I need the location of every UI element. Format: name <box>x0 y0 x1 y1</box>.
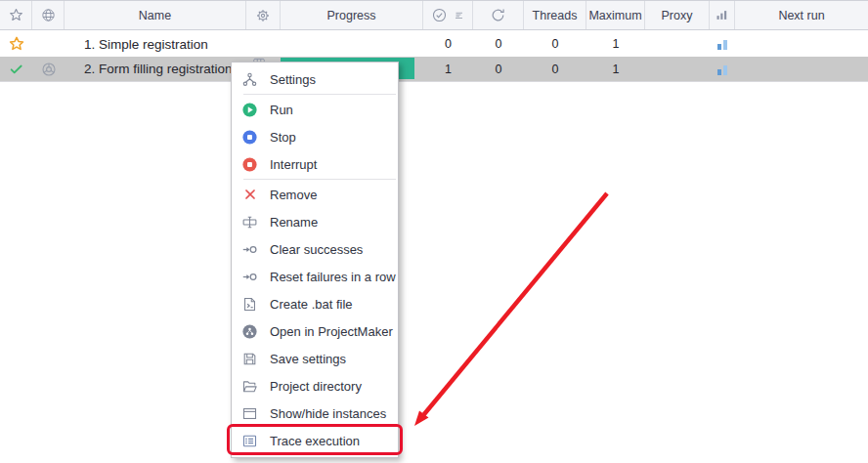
menu-item-save-settings[interactable]: Save settings <box>232 345 398 372</box>
menu-item-label: Reset failures in a row <box>270 270 396 284</box>
project-name: 1. Simple registration <box>84 37 208 52</box>
column-header-next-run[interactable]: Next run <box>735 1 868 29</box>
proxy-cell <box>645 57 710 81</box>
menu-item-interrupt[interactable]: Interrupt <box>232 150 398 178</box>
column-label: Progress <box>326 9 375 22</box>
profile-cell[interactable] <box>32 57 65 81</box>
column-header-maximum[interactable]: Maximum <box>586 1 645 29</box>
menu-item-label: Remove <box>270 188 317 202</box>
menu-item-open-projectmaker[interactable]: Open in ProjectMaker <box>232 317 398 345</box>
remove-icon <box>242 187 258 202</box>
browser-profile-icon <box>40 61 58 78</box>
mini-bar-chart-icon <box>716 37 729 51</box>
menu-item-label: Project directory <box>270 379 362 394</box>
arrow-zero-icon <box>241 269 258 285</box>
project-name-cell: 1. Simple registration <box>65 31 246 57</box>
hierarchy-icon <box>241 71 258 88</box>
column-header-settings[interactable] <box>246 1 281 29</box>
menu-item-label: Interrupt <box>270 157 317 172</box>
menu-item-label: Stop <box>270 130 296 145</box>
statistics-cell[interactable] <box>710 57 735 81</box>
threads-value: 0 <box>524 57 586 81</box>
column-label: Proxy <box>662 9 693 22</box>
successes-value: 0 <box>423 31 473 57</box>
maximum-value: 1 <box>586 31 645 57</box>
project-name-cell: 2. Form filling registration <box>65 57 246 81</box>
column-header-name[interactable]: Name <box>65 1 246 29</box>
menu-item-label: Save settings <box>270 352 346 366</box>
project-name: 2. Form filling registration <box>84 62 233 76</box>
menu-item-settings[interactable]: Settings <box>232 65 398 93</box>
menu-item-project-directory[interactable]: Project directory <box>232 372 398 400</box>
menu-item-label: Open in ProjectMaker <box>270 324 393 339</box>
bar-chart-icon <box>715 8 729 22</box>
mini-bar-chart-icon <box>716 63 729 76</box>
column-header-favorite[interactable] <box>0 1 32 29</box>
restarts-value: 0 <box>473 57 524 81</box>
context-menu: Settings Run Stop Interrupt Remove Renam… <box>231 62 399 458</box>
star-icon <box>8 35 25 53</box>
menu-item-trace-execution[interactable]: Trace execution <box>232 427 398 454</box>
menu-item-label: Create .bat file <box>270 297 353 312</box>
menu-item-label: Show/hide instances <box>270 406 386 421</box>
column-header-threads[interactable]: Threads <box>524 1 586 29</box>
menu-item-rename[interactable]: Rename <box>232 208 398 235</box>
menu-item-label: Run <box>270 103 293 117</box>
threads-value: 0 <box>524 31 586 57</box>
column-header-profile[interactable] <box>32 1 65 29</box>
menu-item-label: Clear successes <box>270 242 363 257</box>
app-window: Name Progress Threads Maximum Proxy Next… <box>0 0 868 463</box>
trace-list-icon <box>241 433 258 449</box>
check-icon <box>9 62 24 77</box>
column-header-statistics[interactable] <box>710 1 735 29</box>
menu-item-label: Trace execution <box>270 434 360 448</box>
menu-item-create-bat[interactable]: Create .bat file <box>232 290 398 317</box>
projectmaker-icon <box>241 323 258 340</box>
status-cell[interactable] <box>0 57 32 81</box>
column-header-successes[interactable] <box>423 1 473 29</box>
successes-value: 1 <box>423 57 473 81</box>
table-row[interactable]: 1. Simple registration 0 0 0 1 <box>0 31 868 57</box>
sort-bars-icon <box>454 10 465 21</box>
maximum-value: 1 <box>586 57 645 81</box>
column-label: Next run <box>778 9 824 22</box>
profile-cell <box>32 31 65 57</box>
stop-icon <box>241 129 258 146</box>
interrupt-icon <box>241 156 258 173</box>
menu-item-label: Settings <box>270 72 316 87</box>
next-run-cell <box>735 31 868 57</box>
star-icon <box>8 7 24 23</box>
column-header-restarts[interactable] <box>473 1 524 29</box>
column-header-progress[interactable]: Progress <box>281 1 423 29</box>
menu-item-label: Rename <box>270 215 318 230</box>
statistics-cell[interactable] <box>710 31 735 57</box>
table-row-selected[interactable]: 2. Form filling registration 1 0 0 1 <box>0 57 868 82</box>
column-label: Threads <box>533 9 578 22</box>
table-header: Name Progress Threads Maximum Proxy Next… <box>0 0 868 30</box>
settings-cell <box>246 31 281 57</box>
globe-icon <box>40 7 57 23</box>
menu-item-remove[interactable]: Remove <box>232 181 398 208</box>
favorite-cell[interactable] <box>0 31 32 57</box>
menu-item-reset-failures[interactable]: Reset failures in a row <box>232 263 398 290</box>
gear-icon <box>255 8 271 23</box>
menu-item-stop[interactable]: Stop <box>232 123 398 150</box>
run-icon <box>241 102 258 118</box>
column-header-proxy[interactable]: Proxy <box>645 1 710 29</box>
column-label: Name <box>139 9 171 22</box>
column-label: Maximum <box>588 9 641 22</box>
window-icon <box>241 405 258 422</box>
menu-item-clear-successes[interactable]: Clear successes <box>232 235 398 263</box>
menu-item-run[interactable]: Run <box>232 96 398 123</box>
bat-file-icon <box>241 296 258 313</box>
restarts-value: 0 <box>473 31 524 57</box>
progress-cell <box>281 31 423 57</box>
menu-item-show-hide-instances[interactable]: Show/hide instances <box>232 400 398 427</box>
arrow-zero-icon <box>241 241 258 258</box>
proxy-cell <box>645 31 710 57</box>
rename-icon <box>241 214 258 231</box>
folder-icon <box>241 378 258 395</box>
menu-separator <box>243 94 396 95</box>
refresh-icon <box>490 7 506 23</box>
menu-separator <box>243 179 396 180</box>
